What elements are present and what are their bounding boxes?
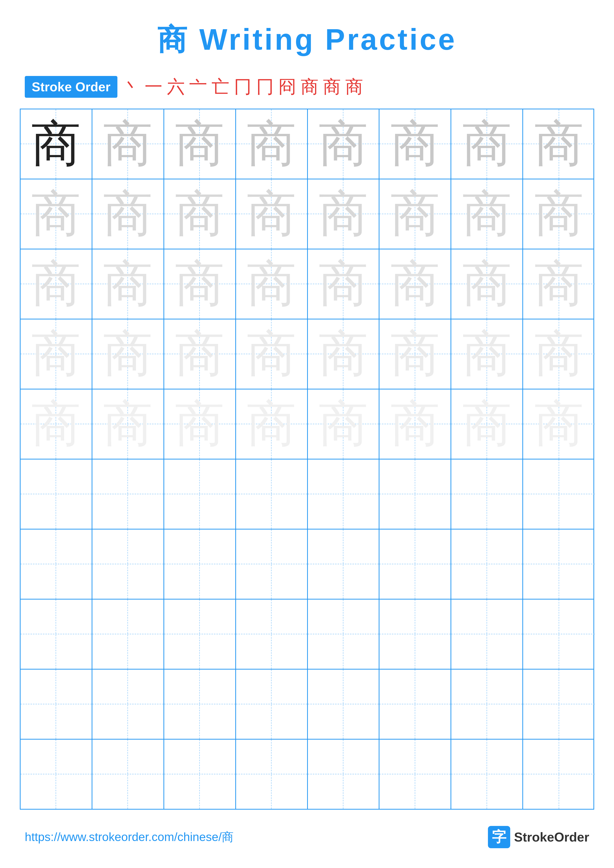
char-ghost: 商	[319, 119, 368, 169]
grid-cell[interactable]	[308, 600, 380, 669]
grid-cell[interactable]	[451, 600, 523, 669]
grid-cell[interactable]	[164, 459, 236, 529]
grid-cell[interactable]: 商	[451, 180, 523, 249]
grid-cell[interactable]	[92, 739, 164, 809]
grid-cell[interactable]: 商	[523, 250, 595, 319]
grid-cell[interactable]	[523, 459, 595, 529]
grid-cell[interactable]: 商	[236, 389, 308, 459]
grid-cell[interactable]: 商	[308, 319, 380, 389]
grid-cell[interactable]: 商	[523, 389, 595, 459]
grid-cell[interactable]	[92, 530, 164, 599]
grid-cell[interactable]: 商	[164, 319, 236, 389]
grid-cell[interactable]	[379, 600, 451, 669]
char-ghost: 商	[390, 119, 440, 169]
grid-cell[interactable]	[20, 459, 92, 529]
grid-cell[interactable]: 商	[379, 109, 451, 179]
grid-cell[interactable]: 商	[379, 250, 451, 319]
grid-cell[interactable]	[451, 459, 523, 529]
grid-cell[interactable]	[164, 530, 236, 599]
footer: https://www.strokeorder.com/chinese/商 字 …	[0, 826, 614, 848]
grid-cell[interactable]	[308, 459, 380, 529]
grid-cell[interactable]	[92, 459, 164, 529]
footer-url[interactable]: https://www.strokeorder.com/chinese/商	[25, 829, 233, 845]
grid-cell[interactable]: 商	[164, 109, 236, 179]
grid-cell[interactable]	[451, 670, 523, 739]
grid-cell[interactable]: 商	[236, 250, 308, 319]
grid-cell[interactable]: 商	[523, 319, 595, 389]
grid-cell[interactable]: 商	[451, 250, 523, 319]
grid-cell[interactable]	[451, 739, 523, 809]
grid-cell[interactable]: 商	[308, 389, 380, 459]
grid-cell[interactable]: 商	[523, 180, 595, 249]
stroke-11: 商	[345, 75, 363, 99]
grid-cell[interactable]: 商	[20, 180, 92, 249]
grid-cell[interactable]	[236, 600, 308, 669]
grid-cell[interactable]: 商	[451, 109, 523, 179]
grid-cell[interactable]: 商	[20, 250, 92, 319]
grid-row-5: 商 商 商 商 商 商 商 商	[20, 389, 594, 459]
grid-cell[interactable]: 商	[379, 180, 451, 249]
grid-cell[interactable]	[20, 670, 92, 739]
grid-cell[interactable]	[451, 530, 523, 599]
char-ghost: 商	[247, 329, 296, 379]
grid-cell[interactable]: 商	[236, 319, 308, 389]
grid-cell[interactable]	[236, 530, 308, 599]
grid-cell[interactable]	[236, 670, 308, 739]
char-ghost: 商	[103, 399, 152, 449]
grid-cell[interactable]: 商	[92, 319, 164, 389]
footer-brand-text: StrokeOrder	[514, 830, 589, 845]
grid-cell[interactable]: 商	[236, 109, 308, 179]
char-ghost: 商	[103, 329, 152, 379]
grid-cell[interactable]: 商	[236, 180, 308, 249]
grid-cell[interactable]	[308, 670, 380, 739]
grid-cell[interactable]	[164, 600, 236, 669]
grid-cell[interactable]	[164, 670, 236, 739]
grid-cell[interactable]: 商	[308, 250, 380, 319]
grid-cell[interactable]: 商	[92, 389, 164, 459]
grid-cell[interactable]: 商	[20, 319, 92, 389]
grid-cell[interactable]	[379, 670, 451, 739]
grid-cell[interactable]	[523, 600, 595, 669]
grid-cell[interactable]: 商	[308, 109, 380, 179]
grid-cell[interactable]	[20, 600, 92, 669]
grid-cell[interactable]	[92, 600, 164, 669]
grid-cell[interactable]: 商	[164, 180, 236, 249]
grid-cell[interactable]: 商	[20, 389, 92, 459]
grid-cell[interactable]	[308, 739, 380, 809]
grid-cell[interactable]: 商	[92, 109, 164, 179]
grid-cell[interactable]	[379, 459, 451, 529]
grid-cell[interactable]	[523, 530, 595, 599]
grid-cell[interactable]	[523, 670, 595, 739]
grid-cell[interactable]	[92, 670, 164, 739]
grid-cell[interactable]: 商	[308, 180, 380, 249]
grid-cell[interactable]	[379, 739, 451, 809]
char-ghost: 商	[175, 259, 224, 309]
grid-cell[interactable]: 商	[523, 109, 595, 179]
grid-cell[interactable]	[523, 739, 595, 809]
grid-cell[interactable]: 商	[379, 319, 451, 389]
grid-cell[interactable]	[379, 530, 451, 599]
grid-cell[interactable]: 商	[379, 389, 451, 459]
grid-cell[interactable]: 商	[164, 250, 236, 319]
grid-cell[interactable]	[20, 739, 92, 809]
grid-cell[interactable]: 商	[92, 180, 164, 249]
grid-cell[interactable]	[236, 459, 308, 529]
practice-grid: 商 商 商 商 商 商 商 商 商 商 商	[20, 108, 594, 810]
char-ghost: 商	[390, 399, 440, 449]
grid-cell[interactable]: 商	[164, 389, 236, 459]
char-ghost: 商	[462, 399, 512, 449]
grid-cell[interactable]: 商	[20, 109, 92, 179]
grid-cell[interactable]	[164, 739, 236, 809]
char-ghost: 商	[175, 399, 224, 449]
char-ghost: 商	[390, 259, 440, 309]
stroke-9: 商	[301, 75, 319, 99]
grid-cell[interactable]: 商	[451, 319, 523, 389]
grid-cell[interactable]	[308, 530, 380, 599]
grid-cell[interactable]	[20, 530, 92, 599]
grid-cell[interactable]: 商	[451, 389, 523, 459]
grid-cell[interactable]: 商	[92, 250, 164, 319]
grid-row-7	[20, 530, 594, 600]
grid-cell[interactable]	[236, 739, 308, 809]
grid-row-9	[20, 670, 594, 739]
grid-row-6	[20, 459, 594, 530]
